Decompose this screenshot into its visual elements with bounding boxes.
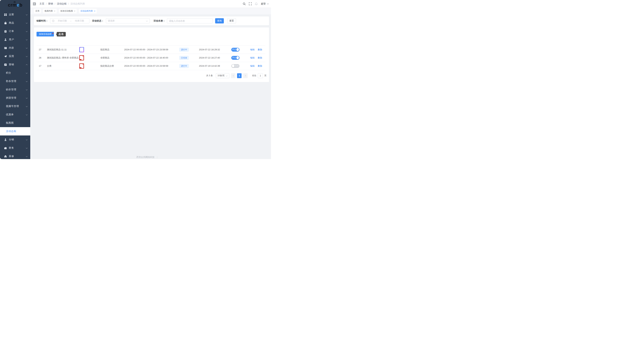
cell-activity-name: 测试指定商品-11.11: [47, 46, 79, 54]
sidebar-item[interactable]: 优惠券: [0, 111, 30, 119]
cell-activity-dates: 2024-07-22 00:00:00 - 2024-07-22 16:40:0…: [124, 54, 179, 62]
tab[interactable]: 氛围列表 ×: [43, 9, 57, 13]
breadcrumb-label: 活动边框列表: [70, 2, 85, 5]
sidebar-item[interactable]: 活动边框: [0, 127, 30, 136]
fullscreen-icon[interactable]: [249, 2, 252, 5]
column-header: [199, 40, 231, 46]
edit-link[interactable]: 编辑: [250, 56, 255, 59]
sidebar-item[interactable]: 营销: [0, 60, 30, 69]
content-icon: [4, 46, 7, 49]
pagination: 共 3 条 10条/页 1 前往 页: [36, 73, 266, 78]
username: 超管: [261, 2, 266, 5]
sidebar-item-label: 分销: [9, 138, 26, 141]
sidebar-item[interactable]: 装修: [0, 152, 30, 159]
chevron-down-icon: [226, 75, 228, 77]
tab[interactable]: 主页 ×: [34, 9, 41, 13]
sidebar-item[interactable]: 秒杀管理: [0, 77, 30, 86]
decoration-icon: [4, 155, 7, 158]
sidebar-item[interactable]: 积分: [0, 69, 30, 77]
sidebar-item[interactable]: 运营: [0, 10, 30, 19]
start-date-placeholder: 开始日期: [54, 19, 70, 23]
status-select[interactable]: 请选择: [106, 18, 150, 23]
cell-status: 已结束: [179, 54, 199, 62]
sidebar-item-label: 拼团管理: [6, 96, 26, 99]
breadcrumb-item[interactable]: / 活动边框列表: [67, 2, 85, 5]
breadcrumb-separator: /: [68, 2, 69, 5]
tab-close-icon[interactable]: ×: [54, 10, 55, 12]
users-icon: [4, 38, 7, 41]
app-window: crmeb 运营 商品 订单 用户: [0, 0, 273, 159]
sidebar-item[interactable]: 订单: [0, 27, 30, 35]
next-page-button[interactable]: [243, 73, 248, 78]
current-page-button[interactable]: 1: [237, 73, 242, 78]
delete-link[interactable]: 删除: [258, 56, 262, 59]
cell-switch: 关闭: [231, 62, 250, 70]
tab-close-icon[interactable]: ×: [74, 10, 75, 12]
collapse-sidebar-icon[interactable]: [33, 3, 36, 5]
chevron-right-icon: [245, 75, 246, 76]
activity-name-input[interactable]: [167, 18, 212, 23]
breadcrumb-item[interactable]: / 活动边框: [53, 2, 67, 5]
sidebar-item-label: 财务: [9, 146, 26, 150]
sidebar-item[interactable]: 视频号管理: [0, 102, 30, 111]
cell-scope: 全部商品: [100, 54, 124, 62]
sidebar-item[interactable]: 用户: [0, 35, 30, 44]
logo-text: b: [20, 2, 23, 8]
sidebar-item-label: 活动边框: [6, 130, 28, 133]
page-unit-label: 页: [264, 74, 266, 77]
column-header: [47, 40, 79, 46]
atmosphere-frame-thumbnail[interactable]: [79, 63, 84, 68]
reset-button[interactable]: 重置: [227, 18, 236, 23]
notifications-bell-icon[interactable]: [255, 2, 258, 5]
atmosphere-frame-thumbnail[interactable]: [79, 55, 84, 60]
main-area: / 主页 / 营销 / 活动边框 / 活动边框列表: [30, 0, 273, 159]
sidebar-item[interactable]: 商品: [0, 19, 30, 27]
sidebar-item[interactable]: 内容: [0, 44, 30, 52]
date-range-picker[interactable]: 开始日期 - 结束日期: [50, 18, 89, 23]
enable-toggle[interactable]: 开启: [231, 56, 239, 60]
cell-id: 26: [36, 54, 47, 62]
cell-actions: 编辑 删除: [250, 46, 265, 54]
page-size-select[interactable]: 10条/页: [216, 73, 229, 78]
tab[interactable]: 添加活动氛围 ×: [59, 9, 77, 13]
cell-actions: 编辑 删除: [250, 54, 265, 62]
prev-page-button[interactable]: [231, 73, 235, 78]
scrollbar-track[interactable]: [271, 0, 273, 159]
click-tooltip: 点击: [57, 32, 66, 36]
edit-link[interactable]: 编辑: [250, 48, 255, 51]
column-header: [250, 40, 265, 46]
sidebar-item[interactable]: 砍价管理: [0, 86, 30, 94]
sidebar-item[interactable]: 分销: [0, 136, 30, 144]
breadcrumb-item[interactable]: / 营销: [44, 2, 53, 5]
cell-atmosphere-image: [79, 54, 100, 62]
enable-toggle[interactable]: 关闭: [231, 64, 239, 68]
atmosphere-frame-thumbnail[interactable]: 11.11: [79, 47, 84, 52]
sidebar-item[interactable]: 氛围图: [0, 119, 30, 127]
goto-page-input[interactable]: [258, 73, 263, 78]
cell-atmosphere-image: [79, 62, 100, 70]
footer-divider: |: [157, 156, 157, 158]
delete-link[interactable]: 删除: [258, 65, 262, 67]
edit-link[interactable]: 编辑: [250, 65, 255, 67]
sidebar-item[interactable]: 拼团管理: [0, 94, 30, 102]
sidebar-item[interactable]: 财务: [0, 144, 30, 152]
delete-link[interactable]: 删除: [258, 48, 262, 51]
user-menu[interactable]: 超管: [261, 2, 269, 5]
sidebar-item[interactable]: 应用: [0, 52, 30, 60]
breadcrumb-item[interactable]: / 主页: [39, 2, 44, 5]
enable-toggle[interactable]: 开启: [231, 48, 239, 52]
breadcrumb-label: 主页: [39, 2, 44, 5]
cell-switch: 开启: [231, 46, 250, 54]
sidebar-item-label: 氛围图: [6, 121, 28, 125]
chevron-icon: [26, 80, 28, 82]
chevron-icon: [26, 114, 28, 115]
created-time-label: 创建时间：: [36, 19, 48, 23]
chevron-icon: [26, 72, 28, 74]
tab-close-icon[interactable]: ×: [94, 10, 95, 12]
activity-status-label: 活动状态：: [92, 19, 104, 23]
tab[interactable]: 活动边框列表 ×: [79, 9, 97, 13]
search-button[interactable]: 查询: [215, 18, 224, 23]
search-icon[interactable]: [243, 2, 246, 5]
add-activity-frame-button[interactable]: 添加活动边框: [36, 32, 54, 36]
toggle-knob: [236, 48, 239, 51]
